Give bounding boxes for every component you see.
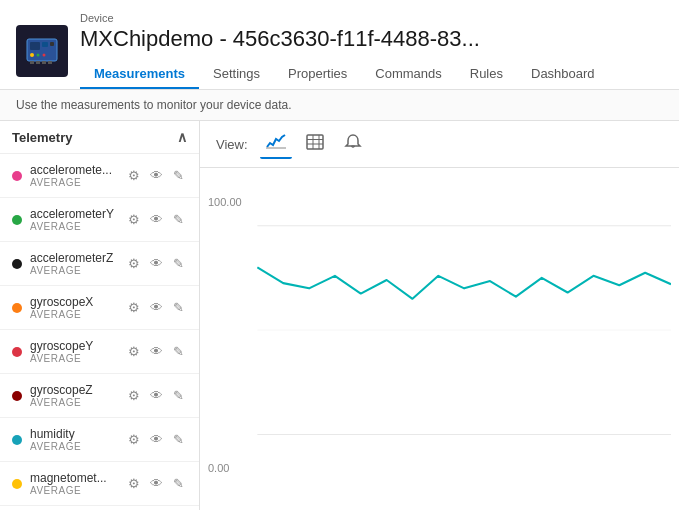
gear-button-0[interactable]: ⚙ bbox=[125, 166, 143, 185]
table-icon bbox=[306, 134, 324, 150]
item-info-5: gyroscopeZ AVERAGE bbox=[30, 383, 125, 408]
list-item: humidity AVERAGE ⚙ 👁 ✎ bbox=[0, 418, 199, 462]
item-dot-4 bbox=[12, 347, 22, 357]
item-info-3: gyroscopeX AVERAGE bbox=[30, 295, 125, 320]
gear-button-1[interactable]: ⚙ bbox=[125, 210, 143, 229]
item-name-0: acceleromete... bbox=[30, 163, 125, 177]
item-avg-0: AVERAGE bbox=[30, 177, 125, 188]
item-avg-1: AVERAGE bbox=[30, 221, 125, 232]
eye-button-5[interactable]: 👁 bbox=[147, 386, 166, 405]
item-info-1: accelerometerY AVERAGE bbox=[30, 207, 125, 232]
view-bar: View: bbox=[200, 121, 679, 168]
line-chart-icon bbox=[266, 133, 286, 149]
item-name-7: magnetomet... bbox=[30, 471, 125, 485]
eye-button-7[interactable]: 👁 bbox=[147, 474, 166, 493]
eye-button-2[interactable]: 👁 bbox=[147, 254, 166, 273]
header: Device MXChipdemo - 456c3630-f11f-4488-8… bbox=[0, 0, 679, 90]
device-icon bbox=[16, 25, 68, 77]
chart-area: 100.00 0.00 bbox=[200, 168, 679, 510]
pencil-button-2[interactable]: ✎ bbox=[170, 254, 187, 273]
svg-point-6 bbox=[43, 53, 46, 56]
list-item: magnetomet... AVERAGE ⚙ 👁 ✎ bbox=[0, 506, 199, 510]
pencil-button-1[interactable]: ✎ bbox=[170, 210, 187, 229]
svg-rect-2 bbox=[42, 42, 48, 47]
item-actions-7: ⚙ 👁 ✎ bbox=[125, 474, 187, 493]
header-right: Device MXChipdemo - 456c3630-f11f-4488-8… bbox=[80, 12, 663, 89]
item-actions-5: ⚙ 👁 ✎ bbox=[125, 386, 187, 405]
list-item: accelerometerY AVERAGE ⚙ 👁 ✎ bbox=[0, 198, 199, 242]
chart-svg bbox=[216, 184, 671, 510]
svg-rect-9 bbox=[42, 61, 46, 64]
item-name-5: gyroscopeZ bbox=[30, 383, 125, 397]
svg-rect-3 bbox=[50, 42, 54, 46]
eye-button-3[interactable]: 👁 bbox=[147, 298, 166, 317]
app-container: Device MXChipdemo - 456c3630-f11f-4488-8… bbox=[0, 0, 679, 510]
tab-measurements[interactable]: Measurements bbox=[80, 60, 199, 89]
bell-icon bbox=[344, 133, 362, 151]
event-view-button[interactable] bbox=[338, 129, 368, 159]
eye-button-0[interactable]: 👁 bbox=[147, 166, 166, 185]
left-panel: Telemetry ∧ acceleromete... AVERAGE ⚙ 👁 … bbox=[0, 121, 200, 510]
item-info-6: humidity AVERAGE bbox=[30, 427, 125, 452]
eye-button-4[interactable]: 👁 bbox=[147, 342, 166, 361]
tab-rules[interactable]: Rules bbox=[456, 60, 517, 89]
device-label: Device bbox=[80, 12, 663, 24]
item-dot-6 bbox=[12, 435, 22, 445]
telemetry-header: Telemetry ∧ bbox=[0, 121, 199, 154]
item-dot-2 bbox=[12, 259, 22, 269]
item-avg-7: AVERAGE bbox=[30, 485, 125, 496]
telemetry-label: Telemetry bbox=[12, 130, 72, 145]
eye-button-6[interactable]: 👁 bbox=[147, 430, 166, 449]
item-dot-1 bbox=[12, 215, 22, 225]
item-actions-2: ⚙ 👁 ✎ bbox=[125, 254, 187, 273]
svg-rect-10 bbox=[48, 61, 52, 64]
item-info-2: accelerometerZ AVERAGE bbox=[30, 251, 125, 276]
svg-rect-1 bbox=[30, 42, 40, 50]
tab-settings[interactable]: Settings bbox=[199, 60, 274, 89]
item-name-3: gyroscopeX bbox=[30, 295, 125, 309]
table-view-button[interactable] bbox=[300, 130, 330, 158]
item-name-4: gyroscopeY bbox=[30, 339, 125, 353]
info-bar: Use the measurements to monitor your dev… bbox=[0, 90, 679, 121]
gear-button-4[interactable]: ⚙ bbox=[125, 342, 143, 361]
pencil-button-6[interactable]: ✎ bbox=[170, 430, 187, 449]
svg-point-4 bbox=[30, 53, 34, 57]
chevron-up-icon[interactable]: ∧ bbox=[177, 129, 187, 145]
pencil-button-7[interactable]: ✎ bbox=[170, 474, 187, 493]
gear-button-6[interactable]: ⚙ bbox=[125, 430, 143, 449]
svg-point-5 bbox=[37, 53, 40, 56]
item-dot-7 bbox=[12, 479, 22, 489]
gear-button-3[interactable]: ⚙ bbox=[125, 298, 143, 317]
gear-button-2[interactable]: ⚙ bbox=[125, 254, 143, 273]
tab-properties[interactable]: Properties bbox=[274, 60, 361, 89]
pencil-button-0[interactable]: ✎ bbox=[170, 166, 187, 185]
item-name-6: humidity bbox=[30, 427, 125, 441]
nav-tabs: Measurements Settings Properties Command… bbox=[80, 60, 663, 89]
pencil-button-5[interactable]: ✎ bbox=[170, 386, 187, 405]
item-avg-2: AVERAGE bbox=[30, 265, 125, 276]
main-content: Telemetry ∧ acceleromete... AVERAGE ⚙ 👁 … bbox=[0, 121, 679, 510]
gear-button-7[interactable]: ⚙ bbox=[125, 474, 143, 493]
tab-dashboard[interactable]: Dashboard bbox=[517, 60, 609, 89]
item-info-7: magnetomet... AVERAGE bbox=[30, 471, 125, 496]
gear-button-5[interactable]: ⚙ bbox=[125, 386, 143, 405]
item-avg-4: AVERAGE bbox=[30, 353, 125, 364]
eye-button-1[interactable]: 👁 bbox=[147, 210, 166, 229]
pencil-button-3[interactable]: ✎ bbox=[170, 298, 187, 317]
pencil-button-4[interactable]: ✎ bbox=[170, 342, 187, 361]
item-name-1: accelerometerY bbox=[30, 207, 125, 221]
line-chart-view-button[interactable] bbox=[260, 129, 292, 159]
item-name-2: accelerometerZ bbox=[30, 251, 125, 265]
tab-commands[interactable]: Commands bbox=[361, 60, 455, 89]
item-info-4: gyroscopeY AVERAGE bbox=[30, 339, 125, 364]
item-info-0: acceleromete... AVERAGE bbox=[30, 163, 125, 188]
list-item: gyroscopeZ AVERAGE ⚙ 👁 ✎ bbox=[0, 374, 199, 418]
right-panel: View: bbox=[200, 121, 679, 510]
item-actions-0: ⚙ 👁 ✎ bbox=[125, 166, 187, 185]
item-dot-0 bbox=[12, 171, 22, 181]
item-avg-3: AVERAGE bbox=[30, 309, 125, 320]
device-title: MXChipdemo - 456c3630-f11f-4488-83... bbox=[80, 26, 663, 52]
item-dot-5 bbox=[12, 391, 22, 401]
list-item: gyroscopeY AVERAGE ⚙ 👁 ✎ bbox=[0, 330, 199, 374]
item-avg-5: AVERAGE bbox=[30, 397, 125, 408]
